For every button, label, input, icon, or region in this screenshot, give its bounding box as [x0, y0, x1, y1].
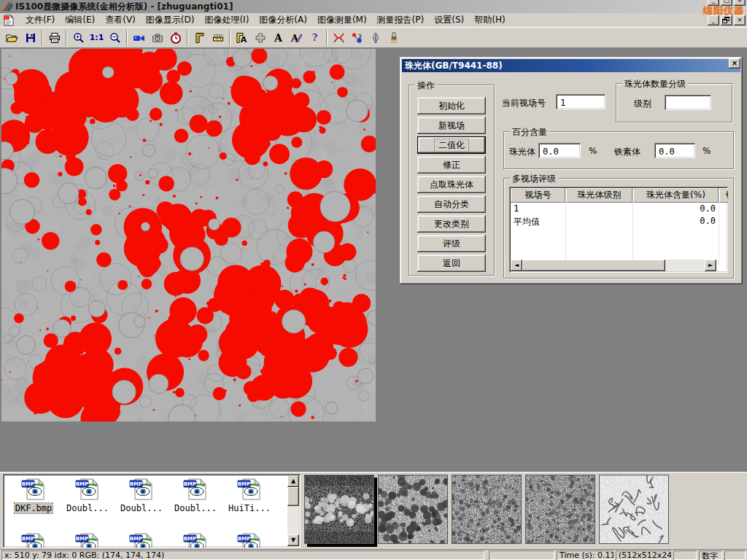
table-row[interactable]	[511, 240, 728, 252]
current-field-input[interactable]	[556, 94, 605, 109]
menu-item-10[interactable]: 帮助(H)	[469, 12, 510, 28]
brush-button[interactable]	[384, 29, 403, 47]
current-field-label: 当前视场号	[502, 97, 546, 109]
thumbnail-5[interactable]	[599, 475, 669, 544]
op-button-label: 新视场	[438, 120, 465, 132]
scrollbar-thumb[interactable]	[522, 260, 665, 271]
open-button[interactable]	[3, 29, 21, 47]
curve-tool-button[interactable]	[330, 29, 348, 47]
pearlite-input[interactable]	[538, 143, 581, 158]
menu-item-4[interactable]: 图像显示(D)	[141, 12, 200, 28]
table-header-row: 视场号珠光体级别珠光体含量(%)铁素体含量(%)	[511, 188, 728, 203]
pen-tool-button[interactable]	[366, 29, 384, 47]
op-button-6[interactable]: 自动分类	[417, 195, 486, 213]
scroll-left-icon[interactable]: ◄	[511, 260, 522, 271]
annotate-icon: A	[290, 32, 303, 44]
file-item-1[interactable]: BMPDKF.bmp	[7, 478, 60, 513]
annotate-button[interactable]: A	[287, 29, 306, 47]
menu-item-9[interactable]: 设置(S)	[429, 12, 469, 28]
svg-text:BMP: BMP	[184, 536, 196, 542]
table-row[interactable]	[511, 228, 728, 240]
op-button-1[interactable]: 初始化	[417, 97, 486, 114]
rating-table[interactable]: 视场号珠光体级别珠光体含量(%)铁素体含量(%)10.0平均值0.0 ◄ ►	[509, 187, 728, 273]
zoom-out-button[interactable]	[106, 29, 124, 47]
op-button-9[interactable]: 返回	[417, 254, 486, 272]
file-item-row2-3[interactable]: BMP	[115, 532, 168, 548]
menu-item-3[interactable]: 查看(V)	[100, 12, 141, 28]
file-name: Doubl...	[174, 503, 217, 513]
bmp-file-icon: BMP	[21, 478, 46, 501]
table-row[interactable]: 平均值0.0	[511, 215, 728, 228]
thumbnail-2[interactable]	[378, 475, 448, 544]
toolbar-separator	[42, 30, 43, 46]
scroll-right-icon[interactable]: ►	[705, 260, 716, 271]
measure-text-button[interactable]: A	[233, 29, 251, 47]
file-item-row2-4[interactable]: BMP	[169, 532, 222, 548]
help-button[interactable]: ?	[306, 29, 324, 47]
actual-size-button[interactable]: 1:1	[88, 29, 106, 47]
svg-text:BMP: BMP	[238, 536, 250, 542]
dialog-close-button[interactable]: ×	[729, 58, 740, 69]
file-list-scrollbar[interactable]: ▲ ▼	[287, 475, 299, 546]
ferrite-input[interactable]	[654, 143, 695, 158]
file-item-row2-2[interactable]: BMP	[61, 532, 114, 548]
camera-button[interactable]	[148, 29, 166, 47]
scroll-down-icon[interactable]: ▼	[287, 534, 299, 546]
menu-bar: 文件(F)编辑(E)查看(V)图像显示(D)图像处理(I)图像分析(A)图像测量…	[0, 13, 747, 28]
file-item-row2-5[interactable]: BMP	[223, 532, 276, 548]
menu-item-1[interactable]: 文件(F)	[20, 12, 60, 28]
svg-text:BMP: BMP	[76, 536, 88, 542]
op-button-label: 评级	[443, 238, 460, 250]
file-item-2[interactable]: BMPDoubl...	[61, 478, 114, 513]
ruler-button[interactable]	[209, 29, 227, 47]
grading-group: 珠光体数量分级 级别	[616, 83, 732, 122]
timer-button[interactable]	[166, 29, 185, 47]
thumbnail-1[interactable]	[304, 475, 374, 544]
file-list[interactable]: BMPDKF.bmpBMPDoubl...BMPDoubl...BMPDoubl…	[3, 474, 301, 548]
scrollbar-thumb[interactable]	[287, 487, 299, 506]
op-button-5[interactable]: 点取珠光体	[417, 176, 486, 193]
table-cell	[566, 228, 633, 240]
menu-item-7[interactable]: 图像测量(M)	[312, 12, 372, 28]
text-label-button[interactable]: A	[269, 29, 287, 47]
micrograph-image[interactable]	[1, 49, 376, 421]
svg-text:BMP: BMP	[130, 481, 142, 487]
menu-item-5[interactable]: 图像处理(I)	[199, 12, 254, 28]
toolbar-separator	[229, 30, 231, 46]
menu-item-8[interactable]: 测量报告(P)	[372, 12, 430, 28]
file-item-3[interactable]: BMPDoubl...	[115, 478, 168, 513]
thumbnail-4[interactable]	[525, 475, 595, 544]
dialog-title-bar[interactable]: 珠光体(GB/T9441-88)	[402, 59, 740, 72]
level-input[interactable]	[665, 95, 711, 110]
grid-cross-icon	[255, 32, 266, 44]
op-button-7[interactable]: 更改类别	[417, 215, 486, 233]
window-title: IS100显微摄像系统(金相分析版) - [zhuguangti01]	[15, 1, 233, 13]
caliper-button[interactable]	[190, 29, 209, 47]
count-particles-button[interactable]: 3	[348, 29, 366, 47]
grid-cross-button[interactable]	[251, 29, 269, 47]
menu-item-6[interactable]: 图像分析(A)	[254, 12, 312, 28]
status-empty-3	[724, 551, 746, 560]
child-window-icon[interactable]	[3, 15, 15, 26]
op-button-8[interactable]: 评级	[417, 235, 486, 252]
timer-icon	[170, 32, 182, 44]
op-button-3[interactable]: 二值化	[417, 136, 486, 154]
video-camera-button[interactable]	[130, 29, 148, 47]
file-item-row2-1[interactable]: BMP	[7, 532, 60, 548]
table-cell	[511, 228, 566, 240]
status-time: Time (s): 0.113	[557, 551, 614, 560]
file-item-4[interactable]: BMPDoubl...	[169, 478, 222, 513]
table-row[interactable]: 10.0	[511, 203, 728, 215]
op-button-2[interactable]: 新视场	[417, 117, 486, 134]
thumbnail-3[interactable]	[452, 475, 522, 544]
save-button[interactable]	[21, 29, 39, 47]
op-button-4[interactable]: 修正	[417, 156, 486, 174]
print-button[interactable]	[45, 29, 63, 47]
op-button-label: 返回	[443, 257, 460, 270]
file-item-5[interactable]: BMPHuiTi...	[223, 478, 276, 513]
menu-item-2[interactable]: 编辑(E)	[60, 12, 100, 28]
zoom-in-button[interactable]	[69, 29, 88, 47]
scroll-up-icon[interactable]: ▲	[287, 475, 299, 487]
toolbar-separator	[187, 30, 188, 46]
table-horizontal-scrollbar[interactable]: ◄ ►	[511, 260, 716, 271]
